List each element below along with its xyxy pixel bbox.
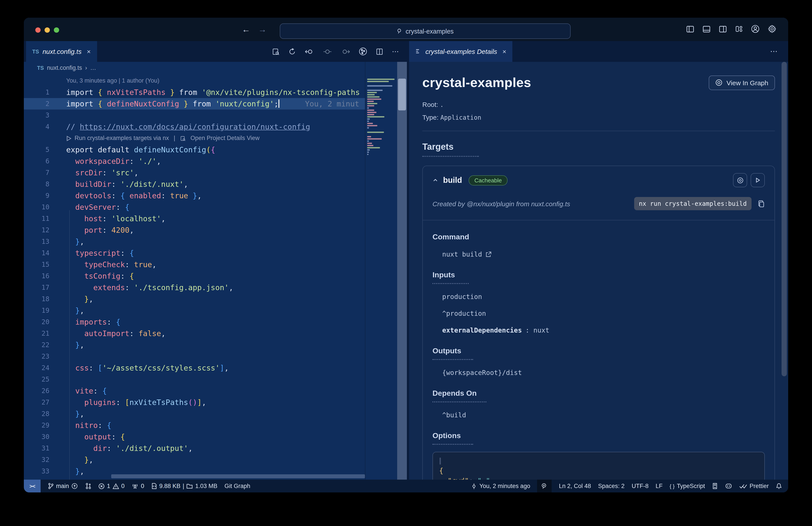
codelens-row[interactable]: Run crystal-examples targets via nx | Op… [24,132,365,144]
problems-item[interactable]: 1 0 [99,483,125,489]
language-item[interactable]: { } TypeScript [670,483,705,489]
command-center-search[interactable]: crystal-examples [280,24,570,39]
editor-scrollbar-track[interactable] [397,62,407,480]
view-target-graph-button[interactable] [733,173,747,187]
tab-nuxt-config[interactable]: TS nuxt.config.ts × [26,41,97,62]
code-line[interactable]: 26 vite: { [24,385,365,397]
external-link-icon[interactable] [485,251,492,257]
code-line[interactable]: 5export default defineNuxtConfig({ [24,144,365,155]
account-icon[interactable] [751,24,760,33]
tab-close-icon[interactable]: × [87,48,91,55]
horizontal-scrollbar[interactable] [111,474,365,478]
code-line[interactable]: 14 typescript: { [24,247,365,259]
collapse-chevron-icon[interactable] [433,177,438,183]
split-editor-icon[interactable] [376,47,383,55]
nav-forward-icon[interactable]: → [258,25,266,34]
editor-scrollbar-thumb[interactable] [398,79,406,110]
nav-back-icon[interactable]: ← [242,25,250,34]
code-line[interactable]: 13 }, [24,236,365,247]
notifications-item[interactable] [776,483,782,489]
git-graph-item[interactable]: Git Graph [224,483,250,489]
code-line[interactable]: 7 srcDir: 'src', [24,167,365,179]
next-change-icon[interactable] [341,47,350,55]
code-line[interactable]: 15 typeCheck: true, [24,259,365,270]
prettier-item[interactable]: Prettier [739,483,769,489]
current-change-icon[interactable] [323,47,332,55]
view-in-graph-button[interactable]: View In Graph [709,75,775,90]
copilot-item[interactable] [725,483,733,489]
code-line[interactable]: 3 [24,110,365,121]
code-line[interactable]: 23 [24,351,365,362]
source-control-graph-icon[interactable] [359,47,367,56]
previous-change-icon[interactable] [304,47,314,55]
panel-scrollbar-thumb[interactable] [782,62,787,376]
code-line[interactable]: 10 devServer: { [24,201,365,213]
code-lines[interactable]: You, 3 minutes ago | 1 author (You)1impo… [24,75,365,480]
remote-indicator[interactable]: >< [24,480,41,493]
customize-layout-icon[interactable] [735,25,743,33]
toggle-primary-sidebar-icon[interactable] [686,25,695,33]
run-icon[interactable] [66,136,72,141]
eslint-item[interactable] [712,483,718,489]
panel-more-actions-icon[interactable]: ⋯ [770,41,779,62]
code-line[interactable]: 9 devtools: { enabled: true }, [24,190,365,201]
compare-changes-item[interactable] [85,483,91,489]
breadcrumb-symbol[interactable]: … [90,65,96,71]
code-line[interactable]: 6 workspaceDir: './', [24,155,365,167]
blame-item[interactable]: You, 2 minutes ago [471,483,530,489]
open-details-icon[interactable] [180,136,186,141]
zoom-indicator-item[interactable] [537,480,552,493]
toggle-secondary-sidebar-icon[interactable] [719,25,727,33]
copy-icon[interactable] [758,200,765,207]
code-line[interactable]: 21 autoImport: false, [24,328,365,339]
indentation-item[interactable]: Spaces: 2 [598,483,625,489]
tab-close-icon[interactable]: × [503,48,506,55]
code-line[interactable]: 2import { defineNuxtConfig } from 'nuxt/… [24,98,365,110]
code-line[interactable]: 29 nitro: { [24,420,365,431]
code-line[interactable]: 32 }, [24,454,365,466]
options-code-block[interactable]: { "cwd": "."} [433,452,765,480]
settings-gear-icon[interactable] [767,24,777,33]
line-col-item[interactable]: Ln 2, Col 48 [559,483,591,489]
code-line[interactable]: 27 plugins: [nxViteTsPaths()], [24,397,365,408]
minimap[interactable] [365,62,397,480]
feedback-item[interactable]: 0 [132,483,144,489]
minimize-window-button[interactable] [45,27,50,33]
target-name[interactable]: build [443,175,462,185]
tab-project-details[interactable]: crystal-examples Details × [409,41,512,62]
run-command-chip[interactable]: nx run crystal-examples:build [634,197,752,210]
code-line[interactable]: 1import { nxViteTsPaths } from '@nx/vite… [24,87,365,98]
breadcrumb[interactable]: TS nuxt.config.ts › … [37,65,96,71]
breadcrumb-file[interactable]: nuxt.config.ts [47,65,82,71]
maximize-window-button[interactable] [54,27,59,33]
git-branch-item[interactable]: main [48,483,78,489]
code-line[interactable]: 20 imports: { [24,316,365,328]
window-controls[interactable] [35,27,59,33]
code-line[interactable]: 17 extends: './tsconfig.app.json', [24,282,365,293]
code-line[interactable]: 31 dir: './dist/.output', [24,442,365,454]
file-size-item[interactable]: 9.88 KB | 1.03 MB [151,483,218,489]
close-window-button[interactable] [35,27,41,33]
code-line[interactable]: 19 }, [24,305,365,316]
code-line[interactable]: 4// https://nuxt.com/docs/api/configurat… [24,121,365,132]
code-line[interactable]: 16 tsConfig: { [24,270,365,282]
encoding-item[interactable]: UTF-8 [632,483,649,489]
refresh-icon[interactable] [288,47,296,55]
section-underline [433,444,473,445]
code-line[interactable]: 8 buildDir: './dist/.nuxt', [24,179,365,190]
toggle-panel-icon[interactable] [702,25,711,33]
code-line[interactable]: 30 output: { [24,431,365,442]
code-editor[interactable]: TS nuxt.config.ts › … You, 3 minutes ago… [24,62,397,480]
run-target-button[interactable] [751,173,765,187]
editor-more-actions-icon[interactable]: ⋯ [392,47,400,56]
code-line[interactable]: 25 [24,374,365,385]
code-line[interactable]: 11 host: 'localhost', [24,213,365,224]
code-line[interactable]: 28 }, [24,408,365,420]
code-line[interactable]: 22 }, [24,339,365,351]
code-line[interactable]: 12 port: 4200, [24,224,365,236]
editor-panel-splitter[interactable] [407,62,409,480]
eol-item[interactable]: LF [655,483,663,489]
code-line[interactable]: 18 }, [24,293,365,305]
code-line[interactable]: 24 css: ['~/assets/css/styles.scss'], [24,362,365,374]
open-preview-icon[interactable] [272,47,280,55]
